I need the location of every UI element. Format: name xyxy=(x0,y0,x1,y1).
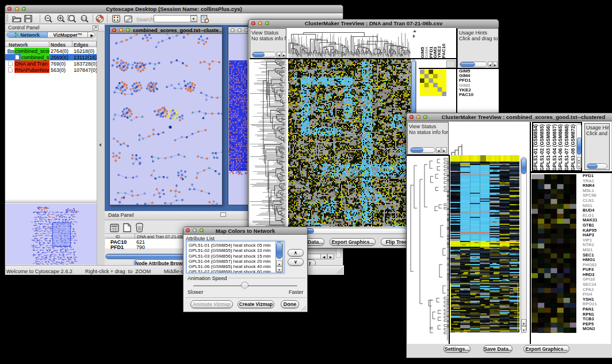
svg-text:1:1: 1:1 xyxy=(82,17,86,20)
